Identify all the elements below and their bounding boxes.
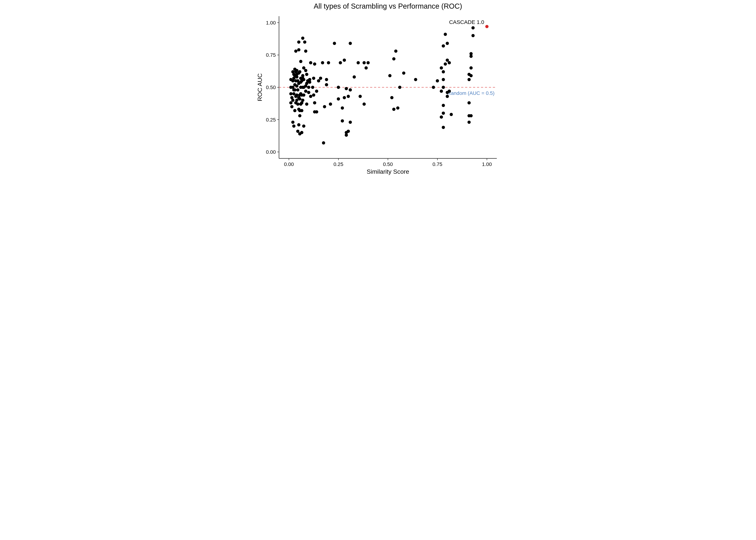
data-point <box>392 57 396 61</box>
data-point <box>323 105 326 108</box>
data-point <box>301 99 305 102</box>
data-point <box>302 124 306 128</box>
data-point <box>432 86 435 89</box>
data-point <box>309 61 312 65</box>
data-point <box>440 90 443 93</box>
data-point <box>325 83 328 86</box>
y-tick-label: 1.00 <box>266 20 276 26</box>
data-point <box>337 86 340 89</box>
y-tick-label: 0.75 <box>266 52 276 58</box>
data-point <box>390 96 394 99</box>
data-point <box>290 105 294 108</box>
y-tick-label: 0.50 <box>266 84 276 90</box>
data-point <box>299 60 303 63</box>
data-point <box>295 69 299 72</box>
data-point <box>359 95 362 98</box>
data-point <box>337 97 340 101</box>
data-point <box>440 66 443 69</box>
data-point <box>347 95 350 98</box>
data-point <box>467 101 471 104</box>
data-point <box>442 112 445 115</box>
highlight-label: CASCADE 1.0 <box>449 19 484 25</box>
data-point <box>303 41 307 44</box>
data-point <box>392 108 396 111</box>
data-point <box>396 106 399 110</box>
data-point <box>341 119 344 123</box>
data-point <box>469 74 473 77</box>
data-point <box>467 78 471 81</box>
data-point <box>442 44 445 48</box>
data-point <box>313 63 316 66</box>
data-point <box>315 90 318 93</box>
y-axis-title: ROC AUC <box>256 73 263 101</box>
data-point <box>294 50 298 53</box>
data-point <box>305 73 308 76</box>
data-point <box>325 78 328 81</box>
data-point <box>446 95 449 98</box>
data-point <box>366 61 370 65</box>
data-point <box>446 59 449 62</box>
data-point <box>414 78 417 81</box>
data-point <box>296 130 300 133</box>
data-point <box>289 101 293 104</box>
data-point <box>296 88 300 91</box>
data-point <box>442 104 445 107</box>
data-point <box>304 90 308 93</box>
data-point <box>298 114 302 117</box>
data-point <box>321 61 324 65</box>
data-point <box>302 66 306 69</box>
data-point <box>309 95 312 98</box>
chart-svg: All types of Scrambling vs Performance (… <box>252 0 504 180</box>
data-point <box>312 93 315 97</box>
data-point <box>444 63 447 66</box>
data-point <box>471 34 475 37</box>
data-point <box>298 97 302 101</box>
data-point <box>349 88 352 91</box>
data-point <box>297 123 301 126</box>
data-point <box>448 61 451 65</box>
data-point <box>329 102 332 106</box>
data-point <box>467 121 471 124</box>
x-tick-label: 1.00 <box>482 162 492 167</box>
data-point <box>442 78 445 81</box>
data-point <box>349 121 352 124</box>
data-point <box>343 96 346 99</box>
data-point <box>394 50 397 53</box>
data-point <box>302 78 306 81</box>
data-point <box>297 48 301 52</box>
data-point <box>345 87 348 90</box>
data-point <box>307 91 310 94</box>
data-point <box>291 99 295 102</box>
data-point <box>308 78 312 81</box>
data-point <box>292 124 296 128</box>
y-tick-label: 0.00 <box>266 149 276 155</box>
data-point <box>322 141 325 145</box>
x-axis-title: Similarity Score <box>367 168 409 175</box>
data-point <box>289 92 293 95</box>
data-point <box>313 101 316 104</box>
data-point <box>301 37 305 40</box>
data-point <box>298 70 302 73</box>
data-point <box>469 66 473 69</box>
data-point <box>304 50 308 53</box>
data-point <box>333 42 336 45</box>
data-point <box>388 74 392 77</box>
data-point <box>341 106 344 110</box>
data-point <box>300 131 304 134</box>
data-point <box>311 86 314 89</box>
data-point <box>436 79 439 82</box>
data-point <box>295 93 299 97</box>
data-point <box>357 61 360 65</box>
data-point <box>362 102 366 106</box>
data-point <box>446 42 449 45</box>
chart-container: All types of Scrambling vs Performance (… <box>252 0 504 180</box>
x-tick-label: 0.75 <box>433 162 442 167</box>
data-point <box>442 70 445 73</box>
reference-line-label: Random (AUC = 0.5) <box>447 90 494 96</box>
data-point <box>448 90 451 93</box>
data-point <box>444 33 447 36</box>
data-point <box>305 102 308 106</box>
data-point <box>442 86 445 89</box>
x-tick-label: 0.00 <box>284 162 294 167</box>
data-point <box>302 93 306 97</box>
